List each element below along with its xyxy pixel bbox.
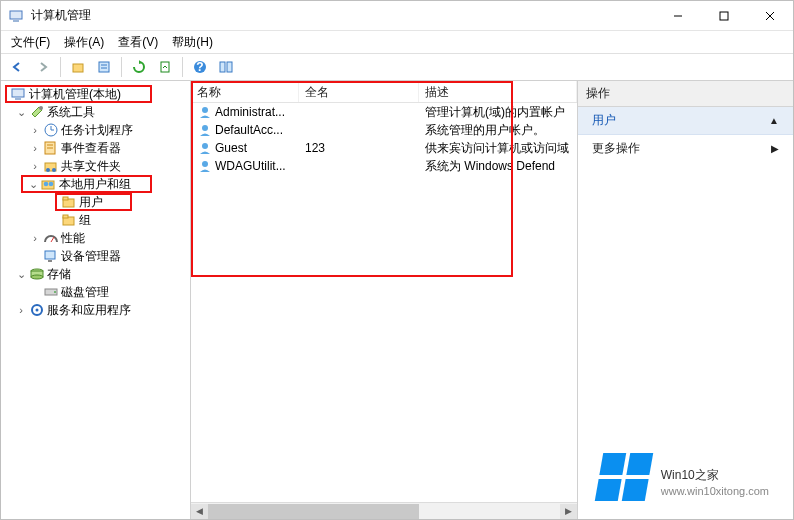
cell-name: WDAGUtilit...: [215, 159, 286, 173]
col-name[interactable]: 名称: [191, 81, 299, 102]
cell-desc: 供来宾访问计算机或访问域: [419, 140, 577, 157]
app-icon: [9, 8, 25, 24]
scroll-left-button[interactable]: ◀: [191, 504, 208, 519]
view-button[interactable]: [214, 56, 238, 78]
tree-systools[interactable]: ⌄ 系统工具: [1, 103, 190, 121]
tree-storage[interactable]: ⌄ 存储: [1, 265, 190, 283]
svg-rect-3: [720, 12, 728, 20]
export-button[interactable]: [153, 56, 177, 78]
watermark-url: www.win10xitong.com: [661, 485, 769, 497]
window-title: 计算机管理: [31, 7, 91, 24]
chevron-down-icon[interactable]: ⌄: [15, 268, 27, 281]
scroll-right-button[interactable]: ▶: [560, 504, 577, 519]
tree-root[interactable]: 计算机管理(本地): [5, 85, 152, 103]
disk-icon: [43, 284, 59, 300]
minimize-button[interactable]: [655, 1, 701, 31]
chevron-right-icon[interactable]: ›: [29, 232, 41, 244]
list-row[interactable]: DefaultAcc... 系统管理的用户帐户。: [191, 121, 577, 139]
svg-point-46: [202, 143, 208, 149]
menu-view[interactable]: 查看(V): [118, 34, 158, 51]
maximize-button[interactable]: [701, 1, 747, 31]
tree-groups-label: 组: [79, 212, 91, 229]
cell-name: Administrat...: [215, 105, 285, 119]
watermark: Win10之家 www.win10xitong.com: [599, 453, 769, 501]
actions-users[interactable]: 用户 ▲: [578, 107, 793, 135]
list-row[interactable]: Administrat... 管理计算机(域)的内置帐户: [191, 103, 577, 121]
cell-desc: 系统管理的用户帐户。: [419, 122, 577, 139]
list-body: Administrat... 管理计算机(域)的内置帐户 DefaultAcc.…: [191, 103, 577, 502]
svg-point-44: [202, 107, 208, 113]
svg-rect-15: [12, 89, 24, 97]
properties-button[interactable]: [92, 56, 116, 78]
close-button[interactable]: [747, 1, 793, 31]
menu-action[interactable]: 操作(A): [64, 34, 104, 51]
svg-rect-16: [15, 98, 21, 100]
tree-eventvwr[interactable]: › 事件查看器: [1, 139, 190, 157]
scroll-thumb[interactable]: [208, 504, 419, 519]
col-fullname[interactable]: 全名: [299, 81, 419, 102]
svg-rect-10: [161, 62, 169, 72]
back-button[interactable]: [5, 56, 29, 78]
storage-icon: [29, 266, 45, 282]
actions-users-label: 用户: [592, 112, 616, 129]
col-desc[interactable]: 描述: [419, 81, 577, 102]
menu-file[interactable]: 文件(F): [11, 34, 50, 51]
tree-localusrgrp[interactable]: ⌄ 本地用户和组: [21, 175, 152, 193]
list-row[interactable]: Guest 123 供来宾访问计算机或访问域: [191, 139, 577, 157]
horizontal-scrollbar[interactable]: ◀ ▶: [191, 502, 577, 519]
chevron-down-icon[interactable]: ⌄: [27, 178, 39, 191]
tree-diskmgmt[interactable]: 磁盘管理: [1, 283, 190, 301]
chevron-right-icon[interactable]: ›: [29, 142, 41, 154]
chevron-right-icon[interactable]: ›: [29, 160, 41, 172]
tree-devmgr[interactable]: 设备管理器: [1, 247, 190, 265]
menu-help[interactable]: 帮助(H): [172, 34, 213, 51]
tree-panel: 计算机管理(本地) ⌄ 系统工具 › 任务计划程序 › 事件查看器 › 共享文件…: [1, 81, 191, 519]
actions-more-label: 更多操作: [592, 140, 640, 157]
svg-point-39: [31, 275, 43, 279]
chevron-right-icon[interactable]: ›: [29, 124, 41, 136]
actions-more[interactable]: 更多操作 ▶: [578, 135, 793, 162]
svg-rect-14: [227, 62, 232, 72]
tree-tasksched[interactable]: › 任务计划程序: [1, 121, 190, 139]
tree-sharedfld[interactable]: › 共享文件夹: [1, 157, 190, 175]
svg-point-43: [36, 309, 39, 312]
tree-sharedfld-label: 共享文件夹: [61, 158, 121, 175]
chevron-right-icon[interactable]: ›: [15, 304, 27, 316]
tree-services[interactable]: › 服务和应用程序: [1, 301, 190, 319]
up-button[interactable]: [66, 56, 90, 78]
svg-rect-35: [45, 251, 55, 259]
svg-rect-33: [63, 215, 68, 218]
refresh-button[interactable]: [127, 56, 151, 78]
svg-rect-6: [73, 64, 83, 72]
tree-perf[interactable]: › 性能: [1, 229, 190, 247]
tree-services-label: 服务和应用程序: [47, 302, 131, 319]
cell-fullname: 123: [299, 141, 419, 155]
tree-tasksched-label: 任务计划程序: [61, 122, 133, 139]
list-header: 名称 全名 描述: [191, 81, 577, 103]
list-row[interactable]: WDAGUtilit... 系统为 Windows Defend: [191, 157, 577, 175]
tree-users-label: 用户: [79, 194, 103, 211]
device-icon: [43, 248, 59, 264]
tree-perf-label: 性能: [61, 230, 85, 247]
svg-point-47: [202, 161, 208, 167]
services-icon: [29, 302, 45, 318]
windows-flag-icon: [595, 453, 653, 501]
cell-name: DefaultAcc...: [215, 123, 283, 137]
list-panel: 名称 全名 描述 Administrat... 管理计算机(域)的内置帐户 De…: [191, 81, 578, 519]
tree-root-label: 计算机管理(本地): [29, 86, 121, 103]
user-icon: [197, 104, 213, 120]
help-button[interactable]: ?: [188, 56, 212, 78]
tree-users[interactable]: 用户: [55, 193, 132, 211]
computer-icon: [11, 86, 27, 102]
svg-point-45: [202, 125, 208, 131]
svg-point-29: [49, 182, 54, 187]
svg-rect-0: [10, 11, 22, 19]
svg-point-26: [52, 168, 56, 172]
chevron-down-icon[interactable]: ⌄: [15, 106, 27, 119]
scroll-track[interactable]: [208, 504, 560, 519]
watermark-brand: Win10之家: [661, 457, 769, 485]
tree-groups[interactable]: 组: [1, 211, 190, 229]
svg-rect-1: [13, 20, 19, 22]
tree-localusrgrp-label: 本地用户和组: [59, 176, 131, 193]
forward-button[interactable]: [31, 56, 55, 78]
